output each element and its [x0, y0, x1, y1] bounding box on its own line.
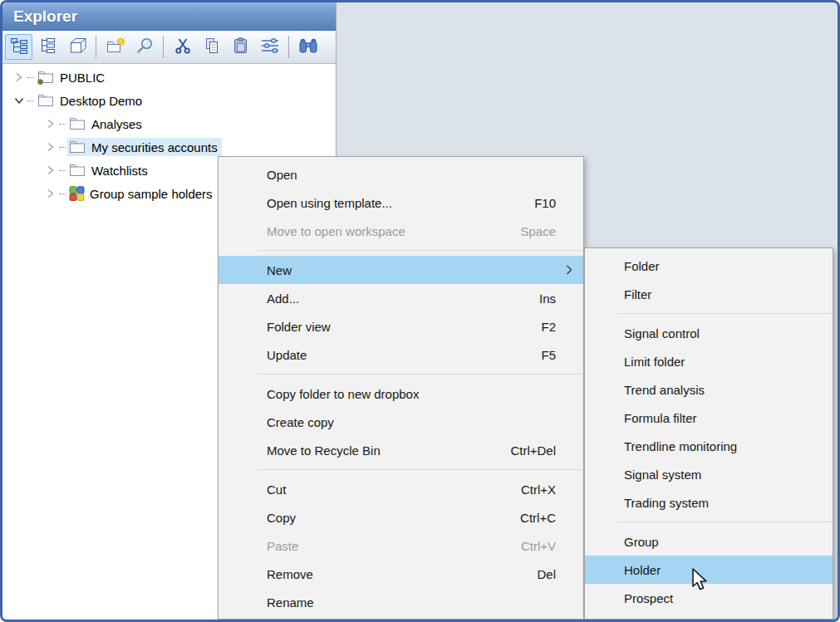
- menu-item-open-using-template[interactable]: Open using template... F10: [219, 189, 583, 217]
- menu-item-label: New: [267, 263, 556, 277]
- tree-connector: [27, 77, 34, 78]
- menu-item-copy-folder-to-new-dropbox[interactable]: Copy folder to new dropbox: [219, 380, 583, 408]
- menu-item-move-to-recycle-bin[interactable]: Move to Recycle Bin Ctrl+Del: [219, 436, 583, 464]
- menu-item-label: Add...: [267, 291, 539, 306]
- menu-item-label: Remove: [267, 567, 537, 581]
- outline-view-icon: [39, 37, 57, 57]
- cut-button[interactable]: [169, 34, 196, 60]
- submenu-item-group[interactable]: Group: [585, 527, 833, 556]
- menu-item-label: Prospect: [624, 591, 816, 605]
- menu-item-label: Move to open workspace: [267, 224, 520, 238]
- menu-item-label: Filter: [624, 287, 816, 301]
- menu-item-label: Trend analysis: [624, 383, 816, 397]
- new-folder-icon: [106, 37, 125, 57]
- menu-item-label: Folder view: [267, 320, 541, 334]
- submenu-item-trading-system[interactable]: Trading system: [585, 488, 833, 517]
- chevron-right-icon[interactable]: [44, 117, 57, 130]
- menu-item-new[interactable]: New: [219, 256, 583, 284]
- menu-item-label: Create copy: [267, 415, 556, 429]
- toolbar-separator: [163, 36, 164, 58]
- tree-connector: [27, 100, 34, 101]
- submenu-item-trendline-monitoring[interactable]: Trendline monitoring: [585, 432, 833, 460]
- mouse-cursor-icon: [691, 568, 713, 595]
- menu-item-copy[interactable]: Copy Ctrl+C: [219, 503, 583, 531]
- submenu-item-formula-filter[interactable]: Formula filter: [585, 404, 833, 432]
- menu-item-label: Rename: [267, 595, 556, 610]
- menu-item-label: Formula filter: [624, 411, 816, 425]
- menu-item-label: Open: [267, 168, 556, 182]
- folder-icon: [69, 163, 86, 178]
- workspace-cube-icon: [68, 37, 86, 57]
- menu-item-label: Copy folder to new dropbox: [267, 387, 556, 401]
- tree-node[interactable]: Watchlists: [67, 161, 152, 179]
- menu-item-shortcut: Space: [520, 224, 556, 238]
- toolbar-separator: [96, 36, 96, 58]
- chevron-right-icon[interactable]: [44, 164, 57, 177]
- submenu-item-signal-system[interactable]: Signal system: [585, 460, 833, 488]
- menu-item-folder-view[interactable]: Folder view F2: [219, 312, 583, 340]
- chevron-down-icon[interactable]: [12, 94, 26, 107]
- tree-connector: [59, 193, 66, 194]
- new-folder-button[interactable]: [101, 34, 129, 60]
- menu-item-remove[interactable]: Remove Del: [219, 560, 583, 588]
- menu-item-label: Copy: [267, 511, 520, 525]
- tree-row-desktop-demo[interactable]: Desktop Demo: [2, 89, 336, 112]
- panel-title: Explorer: [2, 2, 336, 31]
- tree-label: PUBLIC: [60, 71, 105, 85]
- tree-node[interactable]: Desktop Demo: [36, 91, 146, 110]
- chevron-right-icon[interactable]: [44, 140, 57, 154]
- tree-row-public[interactable]: PUBLIC: [2, 66, 336, 89]
- menu-item-label: Paste: [267, 539, 521, 553]
- tree-node[interactable]: Analyses: [67, 115, 146, 133]
- menu-item-label: Holder: [624, 563, 816, 577]
- outline-view-button[interactable]: [34, 34, 61, 60]
- submenu-item-folder[interactable]: Folder: [585, 252, 833, 280]
- workspace-cube-button[interactable]: [63, 34, 91, 60]
- submenu-item-filter[interactable]: Filter: [585, 280, 833, 308]
- menu-item-rename[interactable]: Rename: [219, 588, 583, 616]
- menu-item-label: Cut: [267, 482, 521, 497]
- tree-view-button[interactable]: [5, 34, 32, 60]
- menu-separator: [258, 469, 583, 470]
- cut-scissors-icon: [174, 37, 192, 57]
- tree-row-analyses[interactable]: Analyses: [2, 112, 336, 135]
- copy-button[interactable]: [198, 34, 225, 60]
- folder-shared-icon: [37, 70, 55, 85]
- menu-item-cut[interactable]: Cut Ctrl+X: [219, 475, 583, 503]
- submenu-item-trend-analysis[interactable]: Trend analysis: [585, 375, 833, 404]
- tree-label: Group sample holders: [90, 187, 213, 201]
- submenu-arrow-icon: [566, 264, 572, 278]
- submenu-item-signal-control[interactable]: Signal control: [585, 319, 833, 347]
- search-icon: [135, 37, 154, 57]
- tree-row-my-securities-accounts[interactable]: My securities accounts: [2, 135, 336, 159]
- filter-settings-button[interactable]: [256, 34, 283, 60]
- copy-documents-icon: [203, 37, 221, 57]
- chevron-right-icon[interactable]: [44, 187, 57, 200]
- menu-item-open[interactable]: Open: [219, 160, 583, 189]
- search-button[interactable]: [130, 34, 158, 60]
- paste-button[interactable]: [227, 34, 254, 60]
- tree-node[interactable]: PUBLIC: [36, 68, 109, 86]
- tree-label: Analyses: [91, 117, 142, 131]
- menu-item-shortcut: Ctrl+C: [520, 511, 556, 525]
- menu-item-label: Limit folder: [624, 355, 816, 369]
- chevron-right-icon[interactable]: [12, 71, 26, 84]
- tree-node[interactable]: Group sample holders: [67, 184, 217, 203]
- menu-separator: [618, 522, 833, 522]
- menu-item-label: Signal system: [624, 468, 816, 482]
- new-submenu: Folder Filter Signal control Limit folde…: [584, 247, 833, 620]
- menu-item-shortcut: Ctrl+X: [521, 482, 556, 497]
- tree-node-selected[interactable]: My securities accounts: [67, 138, 222, 156]
- menu-item-shortcut: F10: [534, 196, 556, 210]
- menu-item-update[interactable]: Update F5: [219, 340, 583, 369]
- tree-view-icon: [10, 37, 28, 57]
- find-button[interactable]: [294, 34, 322, 60]
- application-window: Explorer: [0, 0, 840, 622]
- menu-item-create-copy[interactable]: Create copy: [219, 408, 583, 436]
- menu-item-add[interactable]: Add... Ins: [219, 284, 583, 312]
- menu-item-label: Signal control: [624, 326, 816, 340]
- paste-clipboard-icon: [232, 37, 250, 57]
- menu-item-shortcut: F5: [541, 348, 556, 362]
- menu-item-label: Folder: [624, 259, 816, 273]
- submenu-item-limit-folder[interactable]: Limit folder: [585, 347, 833, 375]
